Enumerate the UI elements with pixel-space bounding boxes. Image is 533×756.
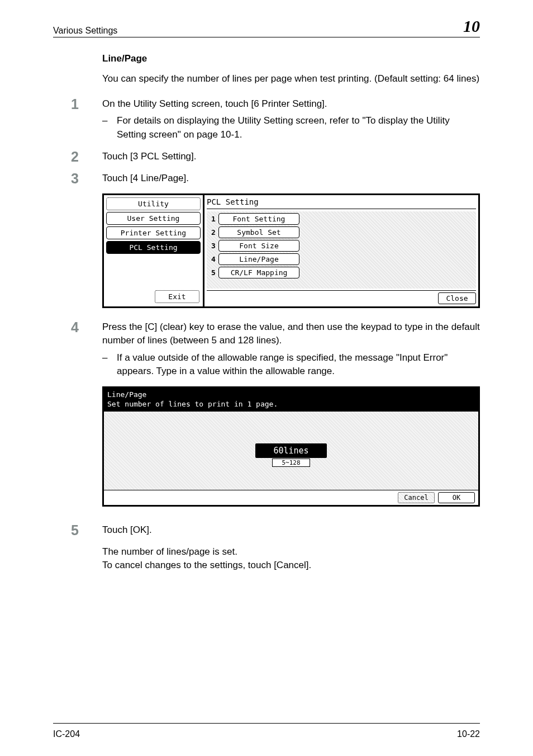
step-4-text: Press the [C] (clear) key to erase the v… [102, 322, 480, 346]
menu-num-4: 4 [208, 255, 218, 263]
step-number-1: 1 [71, 97, 102, 142]
step-5-text: Touch [OK]. [102, 525, 152, 535]
breadcrumb-utility[interactable]: Utility [106, 197, 201, 210]
menu-line-page[interactable]: Line/Page [218, 253, 299, 265]
step-1-text: On the Utility Setting screen, touch [6 … [102, 98, 327, 109]
bullet-dash: – [102, 114, 117, 141]
step-2-text: Touch [3 PCL Setting]. [102, 150, 480, 164]
menu-num-2: 2 [208, 228, 218, 237]
menu-num-1: 1 [208, 215, 218, 223]
breadcrumb-printer-setting[interactable]: Printer Setting [106, 226, 201, 239]
menu-symbol-set[interactable]: Symbol Set [218, 226, 299, 238]
step-1-subtext: For details on displaying the Utility Se… [117, 114, 480, 141]
range-label: 5~128 [272, 459, 310, 467]
bullet-dash: – [102, 351, 117, 379]
footer-left: IC-204 [53, 729, 80, 739]
breadcrumb-pcl-setting[interactable]: PCL Setting [106, 241, 201, 254]
line-page-entry-screenshot: Line/Page Set number of lines to print i… [102, 386, 480, 507]
breadcrumb-user-setting[interactable]: User Setting [106, 212, 201, 225]
exit-button[interactable]: Exit [155, 290, 199, 303]
lines-value-display: 60lines [255, 443, 326, 458]
step-number-5: 5 [71, 523, 102, 573]
intro-paragraph: You can specify the number of lines per … [102, 72, 480, 86]
menu-font-size[interactable]: Font Size [218, 240, 299, 252]
result-line-1: The number of lines/page is set. [102, 546, 237, 557]
step-4-subtext: If a value outside of the allowable rang… [117, 351, 480, 379]
menu-font-setting[interactable]: Font Setting [218, 213, 299, 225]
close-button[interactable]: Close [438, 292, 476, 304]
menu-num-3: 3 [208, 242, 218, 250]
chapter-number: 10 [463, 17, 480, 36]
section-heading: Line/Page [102, 53, 480, 64]
menu-num-5: 5 [208, 268, 218, 277]
cancel-button[interactable]: Cancel [398, 492, 435, 503]
pcl-setting-screenshot: Utility User Setting Printer Setting PCL… [102, 193, 480, 308]
ok-button[interactable]: OK [438, 492, 475, 503]
dialog-subtitle: Set number of lines to print in 1 page. [107, 400, 475, 409]
step-number-4: 4 [71, 320, 102, 379]
menu-crlf-mapping[interactable]: CR/LF Mapping [218, 267, 299, 278]
step-number-3: 3 [71, 172, 102, 186]
dialog-title: Line/Page [107, 390, 475, 400]
step-number-2: 2 [71, 150, 102, 164]
step-3-text: Touch [4 Line/Page]. [102, 172, 480, 186]
panel-title: PCL Setting [207, 196, 476, 209]
running-header: Various Settings [53, 26, 117, 36]
footer-right: 10-22 [457, 729, 480, 739]
result-line-2: To cancel changes to the settings, touch… [102, 560, 311, 570]
